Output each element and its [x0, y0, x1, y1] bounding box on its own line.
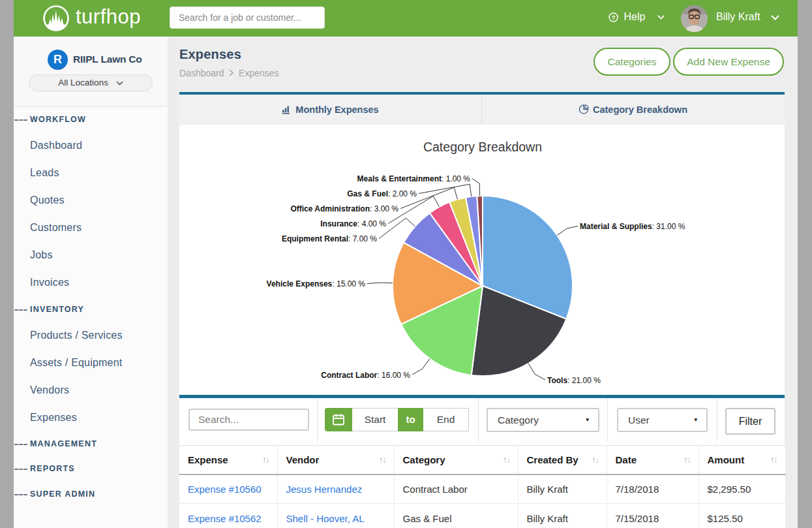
svg-text:Equipment Rental: 7.00 %: Equipment Rental: 7.00 % [282, 234, 377, 243]
svg-text:Gas & Fuel: 2.00 %: Gas & Fuel: 2.00 % [347, 189, 417, 198]
svg-text:Insurance: 4.00 %: Insurance: 4.00 % [320, 219, 386, 228]
svg-text:?: ? [611, 13, 615, 20]
svg-text:Meals & Entertainment: 1.00 %: Meals & Entertainment: 1.00 % [357, 174, 471, 183]
svg-text:Contract Labor: 16.00 %: Contract Labor: 16.00 % [321, 371, 410, 380]
svg-text:Material & Supplies: 31.00 %: Material & Supplies: 31.00 % [580, 222, 685, 231]
svg-text:Office Administration: 3.00 %: Office Administration: 3.00 % [290, 204, 398, 213]
svg-text:Tools: 21.00 %: Tools: 21.00 % [547, 376, 601, 385]
svg-text:Category Breakdown: Category Breakdown [423, 140, 542, 154]
svg-text:Vehicle Expenses: 15.00 %: Vehicle Expenses: 15.00 % [267, 279, 366, 288]
